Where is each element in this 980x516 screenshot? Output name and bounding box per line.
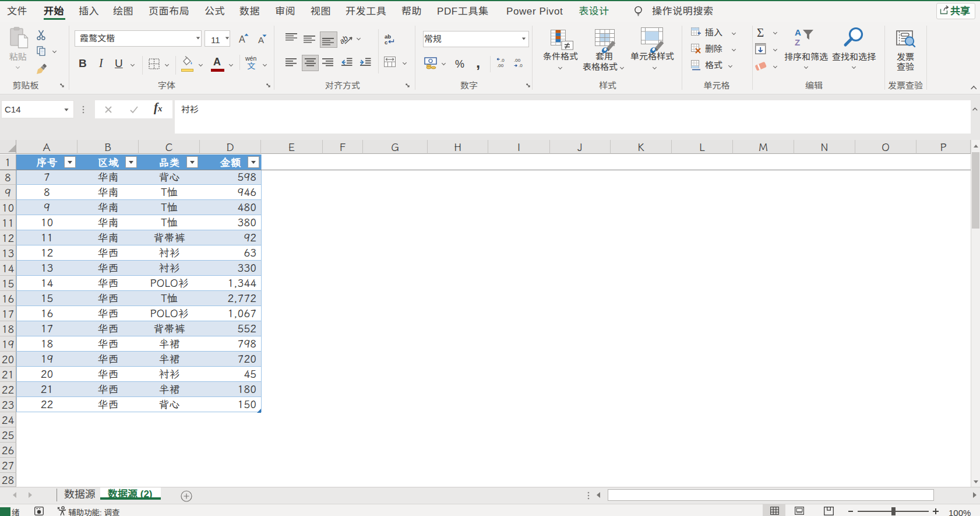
- svg-text:Z: Z: [795, 37, 800, 47]
- svg-text:c: c: [385, 38, 387, 46]
- svg-text:ab: ab: [336, 32, 350, 46]
- svg-text:A: A: [795, 27, 801, 37]
- svg-text:.00: .00: [497, 62, 504, 68]
- svg-text:.0: .0: [519, 62, 523, 68]
